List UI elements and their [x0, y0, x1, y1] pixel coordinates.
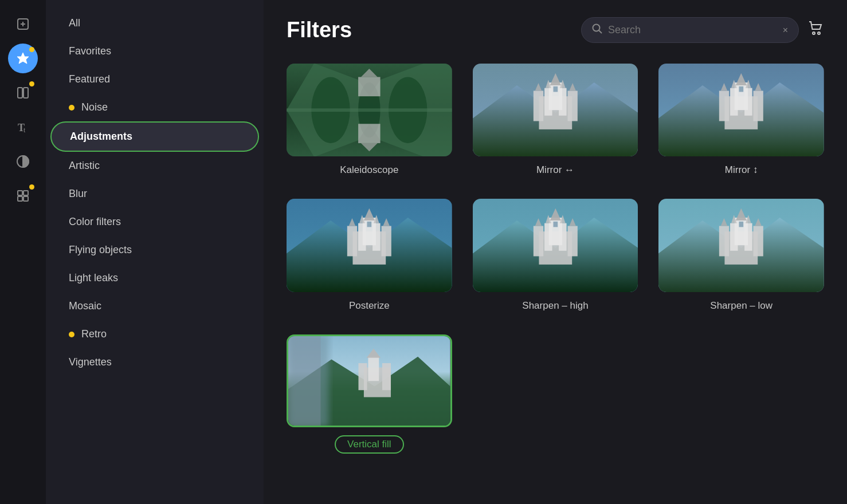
svg-rect-23: [358, 77, 380, 96]
svg-rect-41: [553, 86, 558, 92]
svg-rect-88: [754, 226, 763, 257]
sidebar-item-blur[interactable]: Blur: [50, 180, 259, 208]
header-right: ×: [581, 17, 824, 43]
filter-label-kaleidoscope: Kaleidoscope: [340, 164, 398, 176]
sidebar-label-noise: Noise: [81, 101, 108, 113]
filter-label-mirror-h: Mirror ↔: [536, 164, 574, 176]
cart-button[interactable]: [808, 20, 824, 40]
svg-rect-5: [23, 88, 28, 98]
filter-item-mirror-h[interactable]: Mirror ↔: [473, 64, 638, 176]
sidebar: AllFavoritesFeaturedNoiseAdjustmentsArti…: [46, 0, 264, 504]
filter-item-vertical-fill[interactable]: Vertical fill: [287, 334, 452, 454]
grid-button[interactable]: [8, 181, 38, 211]
sidebar-item-color-filters[interactable]: Color filters: [50, 208, 259, 236]
svg-rect-27: [287, 108, 452, 112]
sidebar-label-retro: Retro: [81, 328, 107, 340]
svg-rect-83: [553, 222, 558, 227]
filter-label-posterize: Posterize: [349, 300, 390, 312]
sidebar-item-light-leaks[interactable]: Light leaks: [50, 264, 259, 292]
svg-rect-69: [367, 222, 371, 227]
filter-thumb-mirror-v: [658, 64, 824, 156]
filter-grid: Kaleidoscope: [287, 64, 824, 454]
svg-line-14: [599, 30, 602, 33]
filter-item-posterize[interactable]: Posterize: [287, 199, 452, 311]
sidebar-item-retro[interactable]: Retro: [50, 320, 259, 348]
filter-label-sharpen-high: Sharpen – high: [522, 300, 588, 312]
svg-rect-59: [347, 226, 357, 257]
main-header: Filters ×: [287, 17, 824, 43]
overlay-button[interactable]: [8, 147, 38, 176]
sidebar-label-flying-objects: Flying objects: [69, 244, 132, 256]
svg-rect-103: [368, 357, 379, 381]
sidebar-label-vignettes: Vignettes: [69, 356, 112, 368]
filter-thumb-kaleidoscope: [287, 64, 452, 156]
svg-rect-55: [739, 86, 744, 92]
sidebar-item-flying-objects[interactable]: Flying objects: [50, 236, 259, 264]
sidebar-label-light-leaks: Light leaks: [69, 272, 118, 284]
add-button[interactable]: [8, 9, 38, 39]
search-input[interactable]: [608, 24, 777, 36]
sidebar-item-featured[interactable]: Featured: [50, 65, 259, 93]
svg-rect-25: [358, 124, 380, 143]
filter-item-kaleidoscope[interactable]: Kaleidoscope: [287, 64, 452, 176]
svg-rect-31: [534, 91, 543, 121]
sidebar-item-artistic[interactable]: Artistic: [50, 152, 259, 180]
svg-rect-73: [534, 226, 543, 257]
svg-rect-32: [567, 91, 577, 121]
sidebar-item-vignettes[interactable]: Vignettes: [50, 348, 259, 376]
filter-item-sharpen-low[interactable]: Sharpen – low: [658, 199, 824, 311]
svg-rect-60: [381, 226, 391, 257]
svg-rect-97: [739, 222, 744, 227]
svg-rect-101: [358, 363, 367, 390]
svg-rect-87: [719, 226, 729, 257]
filter-thumb-vertical-fill: [287, 334, 452, 427]
grid-dot: [29, 184, 34, 190]
svg-rect-4: [18, 88, 22, 98]
svg-point-13: [593, 25, 600, 32]
svg-point-15: [813, 32, 815, 34]
text-button[interactable]: T t: [8, 112, 38, 142]
sidebar-label-featured: Featured: [69, 73, 110, 85]
svg-rect-46: [754, 91, 763, 121]
magic-button[interactable]: [8, 44, 38, 73]
main-content: Filters ×: [264, 0, 847, 504]
sidebar-dot-retro: [69, 332, 74, 337]
sidebar-label-all: All: [69, 17, 80, 29]
magic-dot: [29, 47, 34, 52]
svg-rect-45: [719, 91, 729, 121]
filter-label-sharpen-low: Sharpen – low: [710, 300, 773, 312]
icon-bar: T t: [0, 0, 46, 504]
filter-item-mirror-v[interactable]: Mirror ↕: [658, 64, 824, 176]
sidebar-item-favorites[interactable]: Favorites: [50, 37, 259, 65]
panels-dot: [29, 81, 34, 86]
sidebar-dot-noise: [69, 105, 74, 111]
sidebar-label-color-filters: Color filters: [69, 216, 121, 228]
sidebar-label-artistic: Artistic: [69, 160, 100, 172]
svg-rect-11: [18, 196, 22, 201]
sidebar-item-noise[interactable]: Noise: [50, 93, 259, 121]
filter-thumb-mirror-h: [473, 64, 638, 156]
panels-button[interactable]: [8, 78, 38, 108]
filter-thumb-sharpen-low: [658, 199, 824, 292]
sidebar-label-mosaic: Mosaic: [69, 300, 101, 312]
svg-text:t: t: [23, 126, 26, 134]
page-title: Filters: [287, 18, 352, 42]
svg-rect-74: [567, 226, 577, 257]
sidebar-item-all[interactable]: All: [50, 9, 259, 37]
sidebar-label-adjustments: Adjustments: [70, 131, 132, 143]
search-clear-icon[interactable]: ×: [783, 25, 788, 36]
sidebar-item-adjustments[interactable]: Adjustments: [50, 121, 259, 152]
svg-rect-102: [382, 363, 391, 390]
sidebar-item-mosaic[interactable]: Mosaic: [50, 292, 259, 320]
filter-label-mirror-v: Mirror ↕: [725, 164, 758, 176]
sidebar-label-blur: Blur: [69, 188, 87, 200]
svg-rect-9: [18, 191, 22, 195]
svg-point-16: [818, 32, 820, 34]
sidebar-label-favorites: Favorites: [69, 45, 111, 57]
svg-rect-10: [23, 191, 28, 195]
search-icon: [592, 23, 602, 37]
filter-thumb-posterize: [287, 199, 452, 292]
svg-rect-12: [23, 196, 28, 201]
filter-thumb-sharpen-high: [473, 199, 638, 292]
filter-item-sharpen-high[interactable]: Sharpen – high: [473, 199, 638, 311]
